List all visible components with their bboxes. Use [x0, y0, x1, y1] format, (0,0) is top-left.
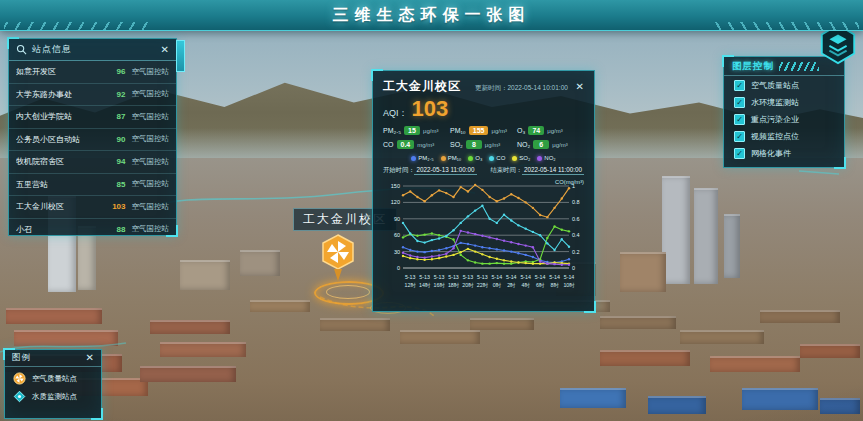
station-aqi-value: 94	[104, 157, 126, 166]
end-time-input[interactable]: 2022-05-14 11:00:00	[522, 166, 584, 175]
pollutant-grid: PM₂.₅15μg/m³PM₁₀155μg/m³O₃74μg/m³CO0.4mg…	[383, 126, 584, 149]
svg-text:2时: 2时	[507, 282, 516, 288]
station-aqi-value: 88	[104, 225, 126, 234]
pollutant-unit: μg/m³	[423, 128, 438, 134]
legend-item-label: 空气质量站点	[32, 374, 77, 384]
layer-item[interactable]: ✓空气质量站点	[724, 76, 844, 93]
station-row[interactable]: 小召88空气国控站	[9, 219, 176, 241]
pollutant-chart[interactable]: 00300.2600.4900.61200.81501CO(mg/m³)5-13…	[383, 178, 586, 302]
legend-item-air: 空气质量站点	[5, 367, 101, 385]
svg-text:0时: 0时	[493, 282, 502, 288]
pollutant-value: 0.4	[397, 140, 415, 149]
checkbox-checked-icon[interactable]: ✓	[734, 148, 745, 159]
legend-entry[interactable]: SO₂	[512, 155, 530, 161]
legend-entry[interactable]: PM₂.₅	[411, 155, 433, 161]
station-row[interactable]: 五里营站85空气国控站	[9, 174, 176, 197]
station-name: 大学东路办事处	[16, 89, 104, 100]
header-deco-right	[709, 22, 859, 30]
svg-text:5-13: 5-13	[448, 274, 459, 280]
svg-text:16时: 16时	[433, 282, 445, 288]
svg-text:CO(mg/m³): CO(mg/m³)	[555, 179, 584, 185]
station-type: 空气国控站	[132, 202, 170, 212]
svg-text:5-13: 5-13	[477, 274, 488, 280]
air-station-marker-icon[interactable]	[319, 233, 357, 287]
layer-item[interactable]: ✓网格化事件	[724, 144, 844, 161]
svg-text:0.6: 0.6	[572, 216, 580, 222]
page-title: 三维生态环保一张图	[333, 5, 531, 26]
pollutant-cell: NO₂6μg/m³	[517, 140, 584, 149]
pollutant-name: NO₂	[517, 141, 530, 148]
layer-item[interactable]: ✓重点污染企业	[724, 110, 844, 127]
detail-close-icon[interactable]: ✕	[576, 82, 584, 92]
pollutant-name: CO	[383, 141, 394, 148]
aqi-value: 103	[412, 98, 449, 120]
legend-dot-icon	[468, 156, 473, 161]
water-station-icon	[13, 390, 26, 403]
svg-text:90: 90	[394, 216, 400, 222]
station-name: 内大创业学院站	[16, 111, 104, 122]
app-root: 工大金川校区 三维生态环保一张图 站点信息 ✕ 如意开发区96空气国控站大学东路	[0, 0, 863, 421]
station-panel-collapse-handle[interactable]	[176, 40, 185, 72]
station-type: 空气国控站	[132, 67, 170, 77]
legend-entry[interactable]: CO	[489, 155, 505, 161]
legend-entry[interactable]: PM₁₀	[441, 155, 462, 161]
station-row[interactable]: 公务员小区自动站90空气国控站	[9, 129, 176, 152]
detail-header: 工大金川校区 更新时间：2022-05-14 10:01:00 ✕	[383, 78, 584, 95]
pollutant-cell: SO₂8μg/m³	[450, 140, 517, 149]
legend-close-icon[interactable]: ✕	[86, 353, 94, 363]
svg-text:60: 60	[394, 232, 400, 238]
svg-text:0: 0	[397, 265, 400, 271]
legend-entry[interactable]: NO₂	[537, 155, 555, 161]
station-list-close-icon[interactable]: ✕	[161, 45, 169, 55]
station-row[interactable]: 内大创业学院站87空气国控站	[9, 106, 176, 129]
pollutant-name: PM₁₀	[450, 127, 466, 134]
legend-entry[interactable]: O₃	[468, 155, 482, 161]
pollutant-unit: μg/m³	[491, 128, 506, 134]
legend-entry-label: SO₂	[519, 155, 530, 161]
legend-entry-label: CO	[496, 155, 505, 161]
checkbox-checked-icon[interactable]: ✓	[734, 131, 745, 142]
checkbox-checked-icon[interactable]: ✓	[734, 80, 745, 91]
station-type: 空气国控站	[132, 157, 170, 167]
legend-dot-icon	[411, 156, 416, 161]
pollutant-unit: μg/m³	[547, 128, 562, 134]
svg-text:120: 120	[391, 199, 400, 205]
update-time-value: 2022-05-14 10:01:00	[508, 84, 568, 91]
pollutant-value: 155	[469, 126, 489, 135]
header-bar: 三维生态环保一张图	[0, 0, 863, 31]
chart-legend: PM₂.₅PM₁₀O₃COSO₂NO₂	[383, 155, 584, 161]
start-time-label: 开始时间：	[383, 166, 414, 173]
header-deco-left	[4, 22, 154, 30]
legend-entry-label: PM₂.₅	[418, 155, 433, 161]
start-time-field: 开始时间：2022-05-13 11:00:00	[383, 166, 477, 175]
checkbox-checked-icon[interactable]: ✓	[734, 114, 745, 125]
time-range-row: 开始时间：2022-05-13 11:00:00 结束时间：2022-05-14…	[383, 166, 584, 175]
svg-text:0: 0	[572, 265, 575, 271]
station-row[interactable]: 牧机院宿舍区94空气国控站	[9, 151, 176, 174]
pollutant-cell: PM₂.₅15μg/m³	[383, 126, 450, 135]
legend-entry-label: PM₁₀	[448, 155, 462, 161]
station-aqi-value: 92	[104, 90, 126, 99]
station-aqi-value: 103	[104, 202, 126, 211]
svg-text:5-14: 5-14	[549, 274, 560, 280]
legend-dot-icon	[537, 156, 542, 161]
station-name: 工大金川校区	[16, 201, 104, 212]
update-time-label: 更新时间：	[475, 84, 508, 91]
station-row[interactable]: 如意开发区96空气国控站	[9, 61, 176, 84]
station-list-header: 站点信息 ✕	[9, 39, 176, 61]
station-detail-popup: 工大金川校区 更新时间：2022-05-14 10:01:00 ✕ AQI： 1…	[372, 70, 595, 312]
legend-item-water: 水质监测站点	[5, 385, 101, 403]
legend-panel: 图例 ✕ 空气质量站点 水质监测站点	[4, 349, 102, 419]
svg-text:22时: 22时	[477, 282, 489, 288]
station-type: 空气国控站	[132, 224, 170, 234]
checkbox-checked-icon[interactable]: ✓	[734, 97, 745, 108]
pollutant-value: 74	[528, 126, 544, 135]
layer-item[interactable]: ✓视频监控点位	[724, 127, 844, 144]
pollutant-name: PM₂.₅	[383, 127, 401, 134]
svg-text:5-13: 5-13	[434, 274, 445, 280]
start-time-input[interactable]: 2022-05-13 11:00:00	[414, 166, 476, 175]
layer-item[interactable]: ✓水环境监测站	[724, 93, 844, 110]
search-icon[interactable]	[16, 44, 27, 55]
station-row[interactable]: 工大金川校区103空气国控站	[9, 196, 176, 219]
station-row[interactable]: 大学东路办事处92空气国控站	[9, 84, 176, 107]
